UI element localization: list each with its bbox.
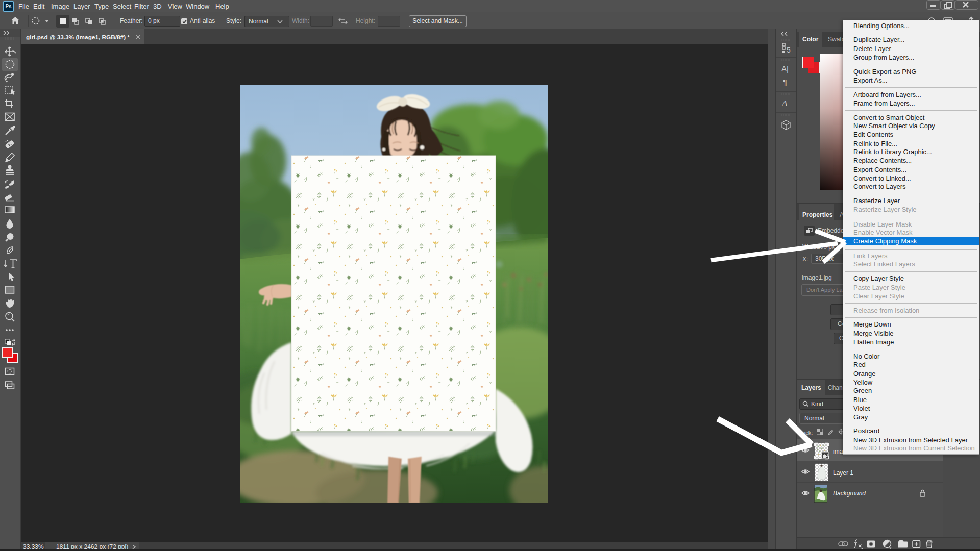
svg-text:A|: A| <box>781 64 789 73</box>
svg-text:A: A <box>781 98 788 108</box>
svg-text:¶: ¶ <box>783 78 787 86</box>
svg-text:5: 5 <box>787 46 791 54</box>
